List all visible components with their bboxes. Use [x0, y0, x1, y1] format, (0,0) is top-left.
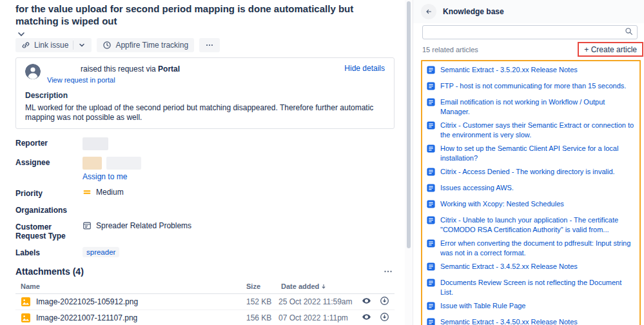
- preview-eye-icon[interactable]: [362, 296, 371, 308]
- kb-search-input[interactable]: [427, 27, 625, 37]
- request-details-card: Hide details raised this request via Por…: [15, 57, 395, 129]
- related-articles-count: 15 related articles: [422, 46, 478, 54]
- priority-value[interactable]: Medium: [83, 188, 124, 197]
- kb-article-item[interactable]: Documents Review Screen is not reflectin…: [425, 276, 636, 299]
- article-doc-icon: [426, 144, 436, 156]
- kb-meta-row: 15 related articles + Create article: [422, 42, 643, 57]
- redacted-assignee-name[interactable]: [106, 157, 141, 170]
- description-label: Description: [25, 91, 385, 100]
- attachments-section: Attachments (4) Name Size Date added: [15, 266, 395, 325]
- button-divider: [73, 41, 73, 50]
- article-link[interactable]: Documents Review Screen is not reflectin…: [440, 278, 635, 297]
- kb-article-item[interactable]: Semantic Extract - 3.4.50.xx Release Not…: [425, 315, 636, 325]
- attachment-size: 152 KB: [244, 294, 276, 310]
- field-label: Reporter: [15, 137, 83, 148]
- preview-eye-icon[interactable]: [362, 312, 371, 324]
- field-organizations: Organizations: [15, 204, 395, 215]
- download-icon[interactable]: [380, 312, 389, 324]
- attachment-size: 156 KB: [244, 310, 276, 325]
- article-link[interactable]: Semantic Extract - 3.4.52.xx Release Not…: [440, 262, 578, 271]
- chevron-down-icon[interactable]: [17, 28, 26, 35]
- article-link[interactable]: Citrix - Access Denied - The working dir…: [440, 167, 615, 177]
- image-file-icon: [21, 297, 31, 307]
- column-header-date[interactable]: Date added: [276, 281, 355, 294]
- attachments-title: Attachments (4): [15, 266, 395, 277]
- field-customer-request-type: Customer Request Type Spreader Related P…: [15, 221, 395, 241]
- time-tracking-label: Appfire Time tracking: [115, 41, 188, 50]
- time-tracking-button[interactable]: Appfire Time tracking: [97, 38, 194, 52]
- column-header-name[interactable]: Name: [15, 281, 244, 294]
- view-request-in-portal-link[interactable]: View request in portal: [47, 76, 115, 84]
- article-doc-icon: [426, 97, 436, 110]
- kb-article-item[interactable]: Issues accessing AWS.: [425, 181, 636, 197]
- kb-article-item[interactable]: Issue with Table Rule Page: [425, 299, 636, 315]
- hide-details-link[interactable]: Hide details: [344, 64, 385, 73]
- kb-article-item[interactable]: Citrix - Unable to launch your applicati…: [425, 213, 636, 237]
- kb-article-item[interactable]: Semantic Extract - 3.4.52.xx Release Not…: [425, 260, 636, 276]
- back-button[interactable]: [421, 4, 436, 19]
- attachments-table: Name Size Date added: [15, 281, 395, 325]
- field-reporter: Reporter: [15, 137, 395, 150]
- article-doc-icon: [426, 262, 436, 274]
- request-type-value[interactable]: Spreader Related Problems: [83, 221, 191, 230]
- attachment-row[interactable]: Image-20221007-121107.png 156 KB 07 Oct …: [15, 310, 395, 325]
- article-link[interactable]: How to set up the Semantic Client API Se…: [440, 144, 635, 163]
- redacted-assignee-avatar[interactable]: [83, 157, 102, 170]
- article-link[interactable]: Semantic Extract - 3.5.20.xx Release Not…: [440, 65, 578, 75]
- sort-descending-icon: [321, 284, 326, 290]
- article-link[interactable]: Working with Xcopy: Nested Schedules: [440, 199, 564, 209]
- redacted-reporter-value[interactable]: [83, 137, 108, 150]
- priority-text: Medium: [96, 188, 124, 197]
- create-article-button[interactable]: + Create article: [580, 44, 641, 55]
- search-icon[interactable]: [625, 26, 633, 38]
- chevron-down-icon[interactable]: [78, 41, 86, 49]
- kb-article-item[interactable]: How to set up the Semantic Client API Se…: [425, 142, 636, 165]
- more-button[interactable]: [199, 38, 220, 52]
- priority-medium-icon: [83, 188, 92, 197]
- article-doc-icon: [426, 301, 436, 313]
- annotation-orange-box: Semantic Extract - 3.5.20.xx Release Not…: [421, 60, 641, 325]
- article-doc-icon: [426, 167, 436, 179]
- kb-article-item[interactable]: Error when converting the document to pd…: [425, 237, 636, 260]
- raised-request-line: raised this request via Portal: [47, 64, 180, 74]
- article-link[interactable]: Issues accessing AWS.: [440, 183, 514, 193]
- article-link[interactable]: Error when converting the document to pd…: [440, 239, 635, 258]
- field-label: Labels: [15, 247, 83, 257]
- issue-title: for the value upload for second period m…: [15, 3, 395, 27]
- knowledge-base-panel: Knowledge base 15 related articles + Cre…: [413, 0, 644, 325]
- description-text: ML worked for the upload of the second p…: [25, 103, 385, 123]
- issue-fields: Reporter Assignee Assign to me Priority: [15, 137, 395, 257]
- label-chip-spreader[interactable]: spreader: [83, 247, 119, 257]
- field-label: Organizations: [15, 204, 83, 215]
- kb-article-item[interactable]: Citrix - Customer says their Semantic Ex…: [425, 119, 636, 142]
- kb-article-item[interactable]: Citrix - Access Denied - The working dir…: [425, 165, 636, 181]
- column-header-size[interactable]: Size: [244, 281, 276, 294]
- field-labels: Labels spreader: [15, 247, 395, 257]
- field-label: Assignee: [15, 157, 83, 167]
- assign-to-me-link[interactable]: Assign to me: [83, 172, 141, 181]
- scrollbar-thumb[interactable]: [407, 1, 411, 248]
- download-icon[interactable]: [380, 296, 389, 308]
- article-doc-icon: [426, 65, 436, 77]
- vertical-scrollbar[interactable]: [405, 0, 413, 325]
- kb-article-item[interactable]: Semantic Extract - 3.5.20.xx Release Not…: [425, 63, 636, 79]
- article-link[interactable]: Semantic Extract - 3.4.50.xx Release Not…: [440, 317, 578, 325]
- article-link[interactable]: Issue with Table Rule Page: [440, 301, 526, 311]
- link-icon: [21, 41, 30, 50]
- kb-article-item[interactable]: FTP - host is not communicating for more…: [425, 79, 636, 95]
- link-issue-button[interactable]: Link issue: [15, 38, 92, 52]
- kb-article-item[interactable]: Working with Xcopy: Nested Schedules: [425, 197, 636, 213]
- article-link[interactable]: Citrix - Customer says their Semantic Ex…: [440, 121, 635, 140]
- column-header-actions: [355, 281, 395, 294]
- attachment-row[interactable]: Image-20221025-105912.png 152 KB 25 Oct …: [15, 294, 395, 310]
- attachment-name: Image-20221007-121107.png: [36, 313, 137, 322]
- article-doc-icon: [426, 81, 436, 94]
- ellipsis-icon: [205, 41, 214, 50]
- kb-article-item[interactable]: Email notification is not working in Wor…: [425, 95, 636, 119]
- article-link[interactable]: Citrix - Unable to launch your applicati…: [440, 215, 635, 235]
- article-link[interactable]: Email notification is not working in Wor…: [440, 97, 635, 117]
- article-doc-icon: [426, 215, 436, 228]
- article-link[interactable]: FTP - host is not communicating for more…: [440, 81, 626, 91]
- attachments-more-button[interactable]: [383, 266, 393, 279]
- article-doc-icon: [426, 183, 436, 195]
